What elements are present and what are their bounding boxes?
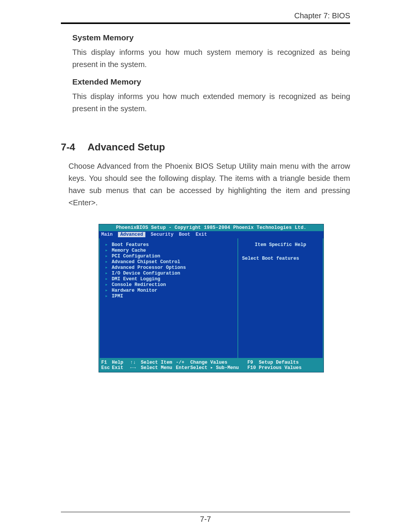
bios-help-text: Select Boot features <box>242 256 319 261</box>
bios-footer: F1 Help ↑↓ Select Item -/+ Change Values… <box>99 359 323 372</box>
bios-menu-item[interactable]: ▸ DMI Event Logging <box>105 276 234 282</box>
bios-tab-main[interactable]: Main <box>101 232 113 237</box>
triangle-icon: ▸ <box>105 276 109 282</box>
footer-rule <box>61 512 350 512</box>
footer-key: F9 <box>247 360 259 365</box>
bios-menu-item[interactable]: ▸ Memory Cache <box>105 248 234 254</box>
triangle-icon: ▸ <box>105 242 109 248</box>
footer-label: Change Values <box>190 360 247 365</box>
footer-label: Previous Values <box>259 365 321 371</box>
header-rule <box>61 22 350 24</box>
footer-key: Enter <box>176 365 190 371</box>
footer-key: ↑↓ <box>130 360 141 365</box>
footer-key: ←→ <box>130 365 141 371</box>
para-extended-memory: This display informs you how much extend… <box>72 90 350 115</box>
bios-menu-panel: ▸ Boot Features ▸ Memory Cache ▸ PCI Con… <box>99 238 237 359</box>
heading-advanced-setup: 7-4Advanced Setup <box>61 141 350 153</box>
bios-tab-bar: Main Advanced Security Boot Exit <box>99 231 323 238</box>
bios-menu-item[interactable]: ▸ PCI Configuration <box>105 254 234 259</box>
bios-title-bar: PhoenixBIOS Setup - Copyright 1985-2004 … <box>99 224 323 231</box>
bios-menu-item[interactable]: ▸ Boot Features <box>105 242 234 248</box>
footer-label: Exit <box>112 365 130 371</box>
bios-menu-item[interactable]: ▸ Advanced Processor Options <box>105 265 234 271</box>
triangle-icon: ▸ <box>105 259 109 265</box>
bios-figure: PhoenixBIOS Setup - Copyright 1985-2004 … <box>72 224 350 372</box>
footer-key: Esc <box>101 365 112 371</box>
bios-menu-item[interactable]: ▸ Advanced Chipset Control <box>105 259 234 265</box>
section-title: Advanced Setup <box>88 141 165 153</box>
bios-menu-item[interactable]: ▸ I/O Device Configuration <box>105 271 234 276</box>
bios-tab-exit[interactable]: Exit <box>196 232 207 237</box>
bios-tab-boot[interactable]: Boot <box>179 232 190 237</box>
chapter-label: Chapter 7: BIOS <box>61 11 350 20</box>
footer-label: Setup Defaults <box>259 360 321 365</box>
bios-tab-advanced[interactable]: Advanced <box>118 232 145 237</box>
triangle-icon: ▸ <box>105 265 109 271</box>
footer-key: F10 <box>247 365 259 371</box>
bios-menu-item[interactable]: ▸ IPMI <box>105 294 234 299</box>
para-advanced-setup: Choose Advanced from the Phoenix BIOS Se… <box>68 160 350 209</box>
footer-label: Select Item <box>141 360 176 365</box>
para-system-memory: This display informs you how much system… <box>72 46 350 70</box>
footer-label: Select ▸ Sub-Menu <box>190 365 247 371</box>
triangle-icon: ▸ <box>105 248 109 254</box>
footer-label: Select Menu <box>141 365 176 371</box>
footer-key: -/+ <box>176 360 190 365</box>
bios-tab-security[interactable]: Security <box>151 232 174 237</box>
section-number: 7-4 <box>61 141 88 153</box>
heading-extended-memory: Extended Memory <box>72 77 350 86</box>
triangle-icon: ▸ <box>105 271 109 276</box>
triangle-icon: ▸ <box>105 254 109 259</box>
heading-system-memory: System Memory <box>72 33 350 42</box>
triangle-icon: ▸ <box>105 282 109 288</box>
footer-label: Help <box>112 360 130 365</box>
triangle-icon: ▸ <box>105 288 109 294</box>
footer-key: F1 <box>101 360 112 365</box>
bios-help-panel: Item Specific Help Select Boot features <box>237 238 323 359</box>
triangle-icon: ▸ <box>105 294 109 299</box>
bios-help-title: Item Specific Help <box>242 242 319 248</box>
bios-menu-item[interactable]: ▸ Console Redirection <box>105 282 234 288</box>
bios-menu-item[interactable]: ▸ Hardware Monitor <box>105 288 234 294</box>
page-number: 7-7 <box>0 515 411 524</box>
